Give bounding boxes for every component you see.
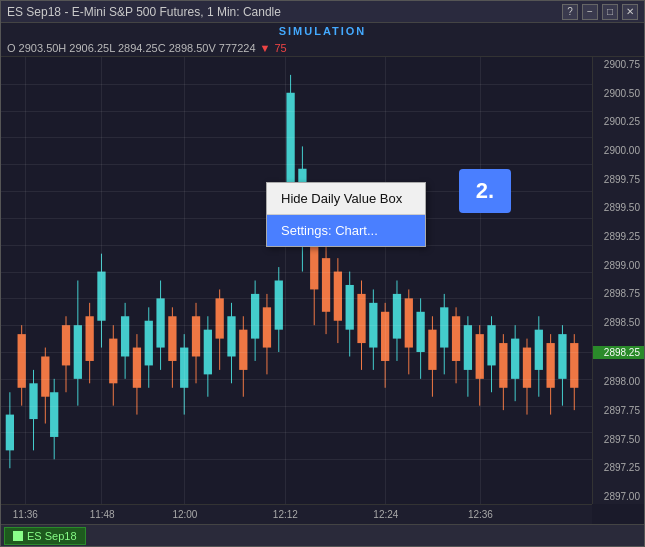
y-label-5: 2899.75 bbox=[593, 174, 644, 185]
tab-bar: ES Sep18 bbox=[1, 524, 644, 546]
y-label-4: 2900.00 bbox=[593, 145, 644, 156]
title-bar: ES Sep18 - E-Mini S&P 500 Futures, 1 Min… bbox=[1, 1, 644, 23]
window-title: ES Sep18 - E-Mini S&P 500 Futures, 1 Min… bbox=[7, 5, 281, 19]
svg-rect-91 bbox=[535, 330, 543, 370]
svg-rect-7 bbox=[41, 356, 49, 396]
svg-rect-85 bbox=[499, 343, 507, 388]
svg-rect-75 bbox=[440, 307, 448, 347]
svg-rect-11 bbox=[62, 325, 70, 365]
y-axis: 2900.75 2900.50 2900.25 2900.00 2899.75 … bbox=[592, 57, 644, 504]
y-label-10: 2898.50 bbox=[593, 317, 644, 328]
x-label-6: 12:36 bbox=[468, 509, 493, 520]
y-label-7: 2899.25 bbox=[593, 231, 644, 242]
annotation-badge: 2. bbox=[459, 169, 511, 213]
svg-rect-93 bbox=[546, 343, 554, 388]
candles-area[interactable] bbox=[1, 57, 592, 504]
maximize-button[interactable]: □ bbox=[602, 4, 618, 20]
es-sep18-tab[interactable]: ES Sep18 bbox=[4, 527, 86, 545]
svg-rect-73 bbox=[428, 330, 436, 370]
svg-rect-21 bbox=[121, 316, 129, 356]
svg-rect-39 bbox=[227, 316, 235, 356]
svg-rect-95 bbox=[558, 334, 566, 379]
y-label-3: 2900.25 bbox=[593, 116, 644, 127]
y-label-12: 2897.75 bbox=[593, 405, 644, 416]
svg-rect-57 bbox=[334, 272, 342, 321]
svg-rect-55 bbox=[322, 258, 330, 312]
svg-rect-27 bbox=[156, 298, 164, 347]
x-label-2: 11:48 bbox=[90, 509, 115, 520]
tab-label: ES Sep18 bbox=[27, 530, 77, 542]
chart-area[interactable]: 2900.75 2900.50 2900.25 2900.00 2899.75 … bbox=[1, 57, 644, 524]
x-label-1: 11:36 bbox=[13, 509, 38, 520]
svg-rect-97 bbox=[570, 343, 578, 388]
svg-rect-69 bbox=[405, 298, 413, 347]
title-bar-left: ES Sep18 - E-Mini S&P 500 Futures, 1 Min… bbox=[7, 5, 281, 19]
svg-rect-71 bbox=[416, 312, 424, 352]
title-bar-right: ? − □ ✕ bbox=[562, 4, 638, 20]
svg-rect-9 bbox=[50, 392, 58, 437]
y-label-9: 2898.75 bbox=[593, 288, 644, 299]
y-label-11: 2898.00 bbox=[593, 376, 644, 387]
help-button[interactable]: ? bbox=[562, 4, 578, 20]
y-label-1: 2900.75 bbox=[593, 59, 644, 70]
svg-rect-29 bbox=[168, 316, 176, 361]
svg-rect-89 bbox=[523, 348, 531, 388]
svg-rect-25 bbox=[145, 321, 153, 366]
context-menu: Hide Daily Value Box Settings: Chart... bbox=[266, 182, 426, 247]
x-axis: 11:36 11:48 12:00 12:12 12:24 12:36 bbox=[1, 504, 592, 524]
svg-rect-79 bbox=[464, 325, 472, 370]
x-label-3: 12:00 bbox=[172, 509, 197, 520]
svg-rect-15 bbox=[86, 316, 94, 361]
y-label-highlight: 2898.25 bbox=[593, 346, 644, 359]
tab-icon bbox=[13, 531, 23, 541]
svg-rect-83 bbox=[487, 325, 495, 365]
x-label-4: 12:12 bbox=[273, 509, 298, 520]
close-button[interactable]: ✕ bbox=[622, 4, 638, 20]
svg-rect-43 bbox=[251, 294, 259, 339]
simulation-bar: SIMULATION bbox=[1, 23, 644, 39]
y-label-15: 2897.00 bbox=[593, 491, 644, 502]
svg-rect-37 bbox=[216, 298, 224, 338]
svg-rect-41 bbox=[239, 330, 247, 370]
y-label-8: 2899.00 bbox=[593, 260, 644, 271]
x-label-5: 12:24 bbox=[373, 509, 398, 520]
candlestick-chart bbox=[1, 57, 592, 504]
svg-rect-5 bbox=[29, 383, 37, 419]
svg-rect-19 bbox=[109, 339, 117, 384]
svg-rect-23 bbox=[133, 348, 141, 388]
svg-rect-67 bbox=[393, 294, 401, 339]
y-label-2: 2900.50 bbox=[593, 88, 644, 99]
y-label-13: 2897.50 bbox=[593, 434, 644, 445]
svg-rect-45 bbox=[263, 307, 271, 347]
svg-rect-59 bbox=[346, 285, 354, 330]
svg-rect-33 bbox=[192, 316, 200, 356]
minimize-button[interactable]: − bbox=[582, 4, 598, 20]
settings-chart-item[interactable]: Settings: Chart... bbox=[267, 215, 425, 246]
y-label-6: 2899.50 bbox=[593, 202, 644, 213]
svg-rect-61 bbox=[357, 294, 365, 343]
svg-rect-87 bbox=[511, 339, 519, 379]
data-bar: O 2903.50H 2906.25L 2894.25C 2898.50V 77… bbox=[1, 39, 644, 57]
y-label-14: 2897.25 bbox=[593, 462, 644, 473]
svg-rect-77 bbox=[452, 316, 460, 361]
hide-daily-value-box-item[interactable]: Hide Daily Value Box bbox=[267, 183, 425, 214]
svg-rect-47 bbox=[275, 281, 283, 330]
main-window: ES Sep18 - E-Mini S&P 500 Futures, 1 Min… bbox=[0, 0, 645, 547]
